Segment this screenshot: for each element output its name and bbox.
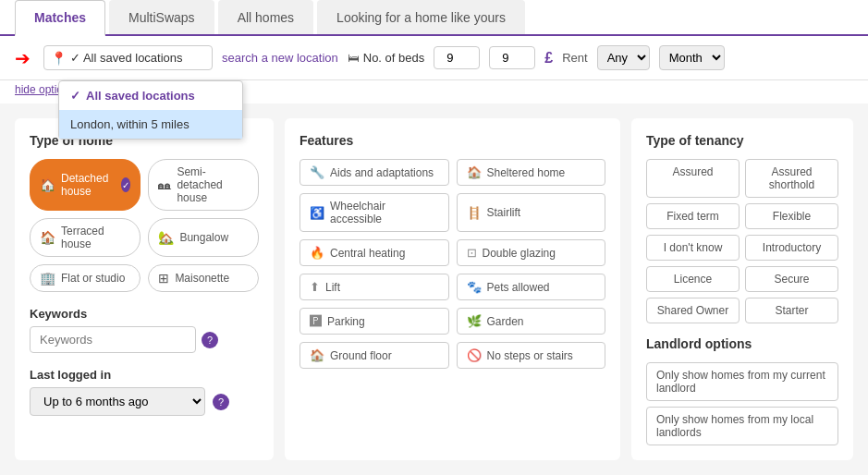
home-type-semi[interactable]: 🏘 Semi-detached house	[148, 159, 259, 211]
feature-wheelchair[interactable]: ♿ Wheelchair accessible	[300, 193, 449, 232]
feature-pets[interactable]: 🐾 Pets allowed	[457, 274, 606, 300]
landlord-current[interactable]: Only show homes from my current landlord	[646, 362, 838, 401]
tenancy-assured[interactable]: Assured	[646, 159, 740, 198]
keywords-input-wrap: ?	[30, 326, 259, 353]
left-panel: Type of home 🏠 Detached house ✓ 🏘 Semi-d…	[15, 118, 274, 460]
feature-sheltered[interactable]: 🏠 Sheltered home	[457, 159, 606, 186]
sheltered-label: Sheltered home	[487, 166, 566, 179]
tenancy-fixed-term[interactable]: Fixed term	[646, 203, 740, 229]
wheelchair-label: Wheelchair accessible	[330, 200, 439, 225]
search-new-location-link[interactable]: search a new location	[222, 51, 338, 65]
right-panel: Type of tenancy Assured Assured shorthol…	[631, 118, 853, 460]
last-logged-wrap: Up to 6 months ago Up to 1 month ago Up …	[30, 387, 259, 416]
maisonette-label: Maisonette	[175, 272, 229, 285]
ground-floor-icon: 🏠	[310, 348, 324, 362]
feature-central-heating[interactable]: 🔥 Central heating	[300, 239, 449, 266]
location-select-wrap: 📍 ✓ All saved locations London, within 5…	[43, 45, 213, 70]
location-select[interactable]: ✓ All saved locations London, within 5 m…	[43, 45, 213, 70]
aids-icon: 🔧	[310, 165, 324, 179]
last-logged-help-icon[interactable]: ?	[213, 394, 229, 410]
sheltered-icon: 🏠	[467, 165, 482, 179]
lift-icon: ⬆	[310, 280, 320, 294]
check-icon: ✓	[70, 89, 80, 103]
month-select[interactable]: Month	[659, 45, 725, 70]
features-grid: 🔧 Aids and adaptations 🏠 Sheltered home …	[300, 159, 605, 369]
rent-select[interactable]: Any	[597, 45, 650, 70]
ground-floor-label: Ground floor	[330, 349, 392, 362]
tenancy-starter[interactable]: Starter	[745, 298, 838, 323]
pound-icon: £	[544, 50, 553, 67]
landlord-title: Landlord options	[646, 336, 838, 351]
bed-icon: 🛏	[348, 51, 360, 65]
feature-no-steps[interactable]: 🚫 No steps or stairs	[457, 342, 606, 369]
aids-label: Aids and adaptations	[330, 166, 434, 179]
tab-looking[interactable]: Looking for a home like yours	[317, 0, 525, 34]
feature-stairlift[interactable]: 🪜 Stairlift	[457, 193, 606, 232]
location-pin-icon: 📍	[51, 51, 67, 66]
last-logged-select[interactable]: Up to 6 months ago Up to 1 month ago Up …	[30, 387, 205, 416]
tenancy-licence[interactable]: Licence	[646, 266, 740, 292]
location-popup-item-london[interactable]: London, within 5 miles	[59, 110, 242, 139]
tab-all-homes[interactable]: All homes	[218, 0, 313, 34]
central-heating-label: Central heating	[330, 247, 405, 260]
stairlift-icon: 🪜	[467, 206, 482, 220]
location-popup-item-all[interactable]: ✓ All saved locations	[59, 81, 242, 110]
home-type-maisonette[interactable]: ⊞ Maisonette	[148, 264, 259, 292]
feature-aids[interactable]: 🔧 Aids and adaptations	[300, 159, 449, 186]
tenancy-flexible[interactable]: Flexible	[745, 203, 838, 229]
tenancy-assured-shorthold[interactable]: Assured shorthold	[745, 159, 838, 198]
home-type-flat[interactable]: 🏢 Flat or studio	[30, 264, 141, 292]
feature-garden[interactable]: 🌿 Garden	[457, 308, 606, 335]
beds-group: 🛏 No. of beds	[348, 51, 425, 65]
tenancy-title: Type of tenancy	[646, 133, 838, 148]
tenancy-secure[interactable]: Secure	[745, 266, 838, 292]
keywords-label: Keywords	[30, 307, 259, 321]
keywords-input[interactable]	[30, 326, 196, 353]
tab-matches[interactable]: Matches	[15, 0, 105, 36]
features-title: Features	[300, 133, 605, 148]
tenancy-grid: Assured Assured shorthold Fixed term Fle…	[646, 159, 838, 323]
tab-multiswaps[interactable]: MultiSwaps	[109, 0, 214, 34]
pets-icon: 🐾	[467, 280, 482, 294]
pets-label: Pets allowed	[487, 281, 550, 294]
terraced-label: Terraced house	[61, 225, 130, 250]
home-type-terraced[interactable]: 🏠 Terraced house	[30, 218, 141, 257]
flat-label: Flat or studio	[61, 272, 125, 285]
semi-label: Semi-detached house	[177, 165, 249, 204]
parking-label: Parking	[327, 315, 365, 328]
terraced-icon: 🏠	[40, 230, 55, 245]
feature-ground-floor[interactable]: 🏠 Ground floor	[300, 342, 449, 369]
stairlift-label: Stairlift	[487, 206, 521, 219]
rent-label: Rent	[562, 51, 587, 65]
no-steps-icon: 🚫	[467, 348, 482, 362]
glazing-icon: ⊡	[467, 246, 477, 260]
feature-parking[interactable]: 🅿 Parking	[300, 308, 449, 335]
tenancy-i-dont-know[interactable]: I don't know	[646, 235, 740, 261]
wheelchair-icon: ♿	[310, 206, 324, 220]
beds-max-input[interactable]	[489, 46, 535, 69]
home-type-bungalow[interactable]: 🏡 Bungalow	[148, 218, 259, 257]
lift-label: Lift	[325, 281, 340, 294]
double-glazing-label: Double glazing	[483, 247, 556, 260]
location-london-label: London, within 5 miles	[70, 117, 189, 131]
tenancy-shared-owner[interactable]: Shared Owner	[646, 298, 740, 323]
mid-panel: Features 🔧 Aids and adaptations 🏠 Shelte…	[285, 118, 620, 460]
detached-icon: 🏠	[40, 177, 55, 192]
feature-double-glazing[interactable]: ⊡ Double glazing	[457, 239, 606, 266]
feature-lift[interactable]: ⬆ Lift	[300, 274, 449, 300]
home-types-grid: 🏠 Detached house ✓ 🏘 Semi-detached house…	[30, 159, 259, 292]
keywords-help-icon[interactable]: ?	[202, 332, 218, 348]
semi-icon: 🏘	[158, 177, 171, 192]
landlord-local[interactable]: Only show homes from my local landlords	[646, 407, 838, 445]
bungalow-label: Bungalow	[179, 231, 228, 244]
beds-min-input[interactable]	[434, 46, 480, 69]
detached-check: ✓	[121, 177, 130, 192]
parking-icon: 🅿	[310, 314, 322, 328]
red-arrow-indicator: ➔	[15, 47, 31, 69]
landlord-options: Only show homes from my current landlord…	[646, 362, 838, 445]
home-type-detached[interactable]: 🏠 Detached house ✓	[30, 159, 141, 211]
app-container: Matches MultiSwaps All homes Looking for…	[0, 0, 868, 475]
no-steps-label: No steps or stairs	[487, 349, 573, 362]
search-bar: ➔ 📍 ✓ All saved locations London, within…	[0, 36, 868, 80]
tenancy-introductory[interactable]: Introductory	[745, 235, 838, 261]
